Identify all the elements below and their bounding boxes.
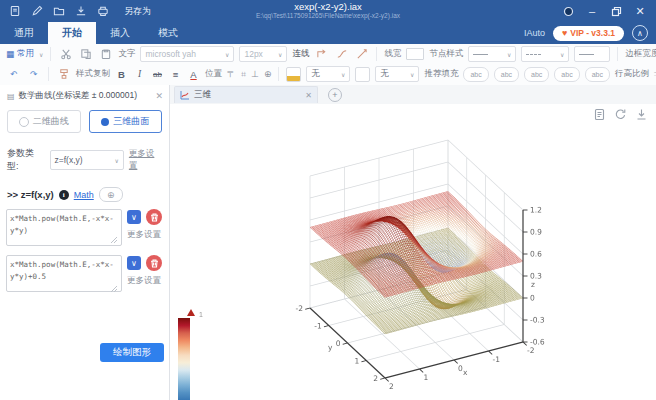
- fill-preset-2[interactable]: abc: [494, 67, 519, 82]
- tab-insert[interactable]: 插入: [96, 22, 144, 44]
- text-group-label: 文字: [118, 48, 135, 60]
- canvas-tab-close-icon[interactable]: ✕: [305, 91, 312, 100]
- formula-2-more-link[interactable]: 更多设置: [127, 275, 162, 287]
- download-icon[interactable]: [635, 107, 648, 120]
- draw-plot-button[interactable]: 绘制图形: [100, 343, 164, 362]
- export-image-icon[interactable]: [593, 107, 606, 120]
- open-folder-icon[interactable]: [52, 5, 65, 18]
- plot-thumb-icon: [180, 90, 190, 100]
- new-file-icon[interactable]: [8, 5, 21, 18]
- align-icon[interactable]: ≡: [169, 69, 182, 80]
- bold-button[interactable]: B: [115, 69, 128, 80]
- separator: [617, 47, 618, 61]
- formula-2-dropdown-button[interactable]: ∨: [127, 256, 141, 270]
- mode-3d-button[interactable]: 三维曲面: [89, 110, 163, 133]
- cut-icon[interactable]: [58, 47, 73, 62]
- tab-home[interactable]: 开始: [48, 22, 96, 44]
- brand-label: IAuto: [524, 28, 545, 38]
- add-formula-icon[interactable]: ⊕: [99, 187, 123, 202]
- mode-2d-button[interactable]: 二维曲线: [7, 110, 81, 133]
- strikethrough-button[interactable]: ab: [151, 70, 164, 79]
- fill-preset-5[interactable]: abc: [585, 67, 610, 82]
- close-button[interactable]: ✕: [634, 5, 646, 17]
- info-icon[interactable]: i: [59, 190, 69, 200]
- collapse-ribbon-button[interactable]: ∧: [632, 25, 648, 41]
- formula-input-2[interactable]: x*Math.pow(Math.E,-x*x-y*y)+0.5: [6, 255, 122, 292]
- fill-color-select[interactable]: 无∨: [375, 66, 419, 82]
- fill-color-chip[interactable]: [355, 67, 370, 82]
- more-settings-link[interactable]: 更多设置: [129, 148, 162, 172]
- quick-access-toolbar: 另存为: [0, 5, 151, 18]
- colorbar-gradient[interactable]: [178, 318, 190, 400]
- resize-handle[interactable]: [110, 236, 117, 243]
- formula-1-dropdown-button[interactable]: ∨: [127, 210, 141, 224]
- format-painter-icon[interactable]: [56, 67, 71, 82]
- menu-tab-row: 通用 开始 插入 模式 IAuto ♥VIP - v3.3.1 ∧: [0, 22, 656, 44]
- window-controls: – ✕: [562, 5, 656, 17]
- theme-icon[interactable]: [562, 5, 574, 17]
- math-doc-link[interactable]: Math: [74, 190, 94, 200]
- tab-mode[interactable]: 模式: [144, 22, 192, 44]
- common-style-dropdown[interactable]: ▦常用∨: [6, 48, 43, 60]
- param-type-select[interactable]: z=f(x,y)∨: [50, 150, 124, 170]
- line-connector-icon[interactable]: [354, 47, 369, 62]
- panel-close-icon[interactable]: ✕: [155, 91, 163, 101]
- solid-line-icon: [579, 54, 594, 55]
- fill-preset-1[interactable]: abc: [463, 67, 488, 82]
- surface-plot-canvas[interactable]: [170, 104, 656, 400]
- line-style-select-plain[interactable]: [574, 46, 610, 62]
- position-label: 位置: [205, 68, 222, 80]
- font-color-button[interactable]: A: [187, 69, 200, 80]
- chevron-down-icon: ∨: [507, 51, 511, 58]
- align-grid-icon[interactable]: ⌗: [241, 69, 246, 80]
- formula-1-more-link[interactable]: 更多设置: [127, 229, 162, 241]
- minimize-button[interactable]: –: [586, 5, 598, 17]
- align-bottom-icon[interactable]: ⊥: [251, 69, 259, 79]
- undo-icon[interactable]: ↶: [6, 67, 21, 82]
- font-family-select[interactable]: microsoft yah∨: [140, 46, 234, 62]
- print-icon[interactable]: [96, 5, 109, 18]
- line-color-chip[interactable]: [286, 67, 301, 82]
- edit-icon[interactable]: [30, 5, 43, 18]
- refresh-icon[interactable]: [614, 107, 627, 120]
- mode-3d-label: 三维曲面: [113, 115, 149, 128]
- formula-input-1[interactable]: x*Math.pow(Math.E,-x*x-y*y): [6, 209, 122, 246]
- canvas-tab-bar: 三维 ✕ +: [170, 85, 656, 105]
- vip-version: VIP - v3.3.1: [570, 28, 615, 38]
- fill-preset-3[interactable]: abc: [524, 67, 549, 82]
- separator: [50, 47, 51, 61]
- fill-preset-4[interactable]: abc: [554, 67, 579, 82]
- tab-general[interactable]: 通用: [0, 22, 48, 44]
- vip-heart-icon: ♥: [562, 28, 567, 38]
- redo-icon[interactable]: ↷: [26, 67, 41, 82]
- canvas-tab-3d[interactable]: 三维 ✕: [174, 86, 318, 103]
- line-color-select[interactable]: 无∨: [306, 66, 350, 82]
- line-width-input[interactable]: [406, 48, 424, 60]
- align-center-icon[interactable]: ⊕: [264, 69, 272, 79]
- formula-1-delete-button[interactable]: [146, 209, 162, 225]
- line-style-select-solid[interactable]: ∨: [468, 46, 516, 62]
- colorbar-marker-icon[interactable]: [187, 309, 195, 316]
- align-top-icon[interactable]: 〒: [227, 68, 236, 81]
- chevron-down-icon: ∨: [114, 157, 118, 164]
- formula-2-delete-button[interactable]: [146, 255, 162, 271]
- italic-button[interactable]: I: [133, 69, 146, 79]
- elbow-connector-icon[interactable]: [314, 47, 329, 62]
- import-icon[interactable]: [74, 5, 87, 18]
- font-size-select[interactable]: 12px∨: [239, 46, 287, 62]
- mode-switch: 二维曲线 三维曲面: [0, 105, 169, 138]
- font-family-value: microsoft yah: [145, 49, 196, 59]
- vip-badge[interactable]: ♥VIP - v3.3.1: [553, 26, 624, 41]
- paste-icon[interactable]: [98, 47, 113, 62]
- save-as-button[interactable]: 另存为: [124, 5, 151, 18]
- copy-icon[interactable]: [78, 47, 93, 62]
- canvas-tab-label: 三维: [194, 89, 211, 101]
- fill-suggest-label: 推荐填充: [424, 68, 458, 80]
- add-canvas-tab-button[interactable]: +: [328, 88, 342, 102]
- curve-connector-icon[interactable]: [334, 47, 349, 62]
- line-style-select-dash[interactable]: ∨: [521, 46, 569, 62]
- chevron-down-icon: ∨: [341, 71, 345, 78]
- radio-unselected-icon: [19, 117, 29, 127]
- resize-handle[interactable]: [110, 285, 117, 292]
- restore-button[interactable]: [610, 5, 622, 17]
